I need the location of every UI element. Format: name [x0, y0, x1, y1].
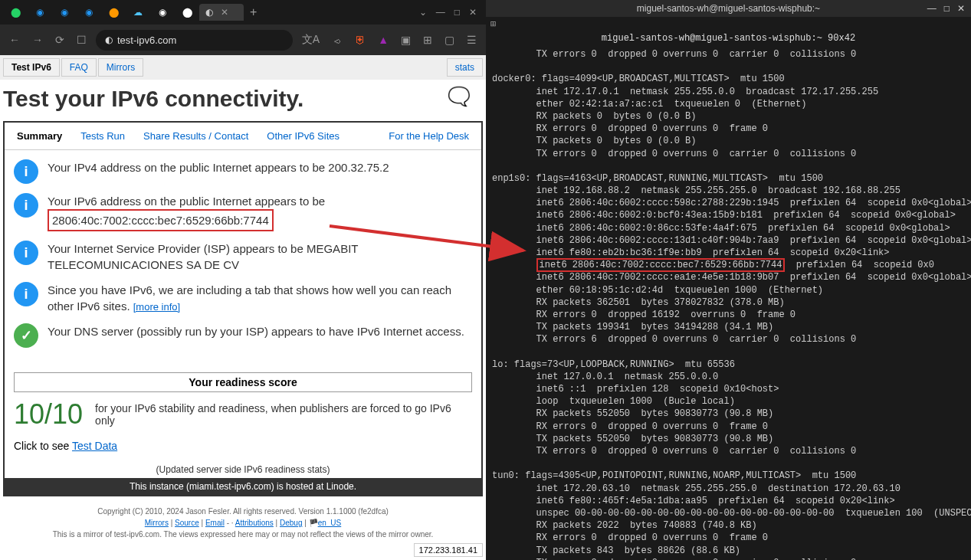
info-item-ipv6-tab: i Since you have IPv6, we are including …: [14, 282, 472, 314]
subtab-help-desk[interactable]: For the Help Desk: [381, 127, 477, 145]
info-icon: i: [14, 159, 38, 184]
mirror-note: This is a mirror of test-ipv6.com. The v…: [6, 529, 480, 540]
github-icon[interactable]: ⬤: [181, 6, 193, 18]
terminal-path: miguel-santos-wh@miguel-santos-wisphub:~…: [486, 31, 971, 45]
ipv4-text: Your IPv4 address on the public Internet…: [48, 159, 389, 175]
grid-icon[interactable]: ⊞: [490, 19, 496, 30]
browser-window: ⬤ ◉ ◉ ◉ ⬤ ☁ ◉ ⬤ ◐ ✕ + ⌄ — □ ✕ ← → ⟳ ☐ ◐ …: [0, 0, 486, 560]
add-tab-button[interactable]: +: [250, 5, 257, 19]
isp-text: Your Internet Service Provider (ISP) app…: [48, 241, 472, 273]
subtab-tests-run[interactable]: Tests Run: [73, 127, 133, 145]
copyright: Copyright (C) 2010, 2024 Jason Fesler. A…: [6, 506, 480, 517]
more-info-link[interactable]: [more info]: [133, 301, 180, 313]
menu-icon[interactable]: ☰: [464, 31, 480, 49]
minimize-icon[interactable]: —: [927, 3, 937, 14]
info-icon: i: [14, 241, 38, 265]
wifi-icon[interactable]: ◉: [34, 6, 46, 18]
test-data-row: Click to see Test Data: [5, 431, 481, 461]
info-item-ipv4: i Your IPv4 address on the public Intern…: [14, 159, 472, 184]
cloud-icon[interactable]: ☁: [132, 6, 144, 18]
url-bar[interactable]: ◐ test-ipv6.com: [96, 30, 293, 51]
score-text: for your IPv6 stability and readiness, w…: [95, 402, 472, 427]
ipv6-tab-label: Since you have IPv6, we are including a …: [48, 283, 451, 313]
wifi-icon-3[interactable]: ◉: [83, 6, 95, 18]
link-email[interactable]: Email: [205, 519, 225, 527]
footer-links: Mirrors | Source | Email - · Attribution…: [6, 517, 480, 529]
maximize-icon[interactable]: □: [454, 7, 460, 18]
window-icon[interactable]: ▢: [441, 31, 458, 49]
page-tabs: Test IPv6 FAQ Mirrors stats: [0, 55, 486, 80]
info-icon: i: [14, 193, 38, 218]
maximize-icon[interactable]: □: [944, 3, 950, 14]
share-icon[interactable]: ⪦: [329, 31, 346, 49]
page-content: Test IPv6 FAQ Mirrors stats 🗨️ Test your…: [0, 55, 486, 560]
summary-tabs: Summary Tests Run Share Results / Contac…: [5, 123, 481, 150]
info-item-ipv6: i Your IPv6 address on the public Intern…: [14, 193, 472, 231]
close-icon[interactable]: ✕: [957, 3, 965, 14]
window-controls: ⌄ — □ ✕: [419, 7, 483, 18]
ipv6-address-highlight: 2806:40c:7002:cccc:bec7:6529:66bb:7744: [48, 209, 274, 231]
wallet-icon[interactable]: ▣: [398, 31, 414, 49]
flag-icon: 🏴: [309, 519, 318, 527]
subtab-summary[interactable]: Summary: [9, 127, 70, 145]
minimize-icon[interactable]: —: [436, 7, 445, 18]
link-debug[interactable]: Debug: [280, 519, 302, 527]
triangle-icon[interactable]: ▲: [375, 31, 392, 49]
forward-button[interactable]: →: [29, 31, 46, 49]
close-icon[interactable]: ✕: [221, 7, 228, 18]
tab-bar: ⬤ ◉ ◉ ◉ ⬤ ☁ ◉ ⬤ ◐ ✕ + ⌄ — □ ✕: [0, 0, 486, 25]
info-item-isp: i Your Internet Service Provider (ISP) a…: [14, 241, 472, 273]
close-window-icon[interactable]: ✕: [469, 7, 477, 18]
download-icon[interactable]: ⊞: [420, 31, 435, 49]
subtab-share[interactable]: Share Results / Contact: [136, 127, 256, 145]
content-box: Summary Tests Run Share Results / Contac…: [3, 121, 483, 496]
orange-icon[interactable]: ⬤: [107, 6, 120, 18]
wifi-icon-2[interactable]: ◉: [58, 6, 71, 18]
whatsapp-icon[interactable]: ⬤: [9, 6, 21, 18]
translate-icon[interactable]: 文A: [299, 30, 323, 50]
tab-faq[interactable]: FAQ: [61, 58, 97, 77]
reload-button[interactable]: ⟳: [52, 31, 67, 49]
link-attributions[interactable]: Attributions: [235, 519, 274, 527]
dns-text: Your DNS server (possibly run by your IS…: [48, 323, 464, 339]
check-icon: [14, 323, 38, 348]
link-locale[interactable]: en_US: [318, 519, 342, 527]
ip-badge: 172.233.181.41: [414, 543, 483, 557]
active-tab[interactable]: ◐ ✕: [199, 4, 244, 21]
terminal-content[interactable]: TX errors 0 dropped 0 overruns 0 carrier…: [486, 45, 971, 560]
url-text: test-ipv6.com: [117, 34, 176, 46]
subtab-other-sites[interactable]: Other IPv6 Sites: [259, 127, 347, 145]
tab-stats[interactable]: stats: [447, 58, 483, 77]
link-mirrors[interactable]: Mirrors: [145, 519, 169, 527]
ipv6-tab-text: Since you have IPv6, we are including a …: [48, 282, 472, 314]
instance-note: This instance (miami.test-ipv6.com) is h…: [5, 478, 481, 495]
nav-bar: ← → ⟳ ☐ ◐ test-ipv6.com 文A ⪦ ⛨ ▲ ▣ ⊞ ▢ ☰: [0, 25, 486, 55]
info-item-dns: Your DNS server (possibly run by your IS…: [14, 323, 472, 348]
terminal-window: miguel-santos-wh@miguel-santos-wisphub:~…: [486, 0, 971, 560]
panda-icon[interactable]: ◉: [156, 6, 169, 18]
shield-icon[interactable]: ⛨: [352, 31, 369, 49]
language-icon[interactable]: 🗨️: [448, 86, 471, 107]
info-icon: i: [14, 282, 38, 306]
ipv6-text: Your IPv6 address on the public Internet…: [48, 193, 325, 231]
terminal-title-text: miguel-santos-wh@miguel-santos-wisphub:~: [637, 3, 820, 14]
tab-mirrors[interactable]: Mirrors: [98, 58, 143, 77]
test-data-link[interactable]: Test Data: [72, 440, 117, 452]
score-row: 10/10 for your IPv6 stability and readin…: [5, 398, 481, 431]
footer: Copyright (C) 2010, 2024 Jason Fesler. A…: [0, 499, 486, 546]
tab-favicon: ◐: [205, 7, 213, 18]
tab-test-ipv6[interactable]: Test IPv6: [3, 58, 60, 77]
dropdown-icon[interactable]: ⌄: [419, 7, 427, 18]
click-label: Click to see: [14, 440, 72, 452]
link-source[interactable]: Source: [175, 519, 199, 527]
updated-note: (Updated server side IPv6 readiness stat…: [5, 461, 481, 478]
readiness-label: Your readiness score: [14, 372, 472, 392]
bookmark-icon[interactable]: ☐: [74, 31, 90, 49]
ipv6-label: Your IPv6 address on the public Internet…: [48, 195, 325, 208]
back-button[interactable]: ←: [6, 31, 23, 49]
terminal-controls: — □ ✕: [927, 3, 965, 14]
terminal-title: miguel-santos-wh@miguel-santos-wisphub:~…: [486, 0, 971, 17]
site-icon: ◐: [105, 34, 113, 45]
page-title: Test your IPv6 connectivity.: [0, 80, 486, 118]
info-list: i Your IPv4 address on the public Intern…: [5, 150, 481, 366]
